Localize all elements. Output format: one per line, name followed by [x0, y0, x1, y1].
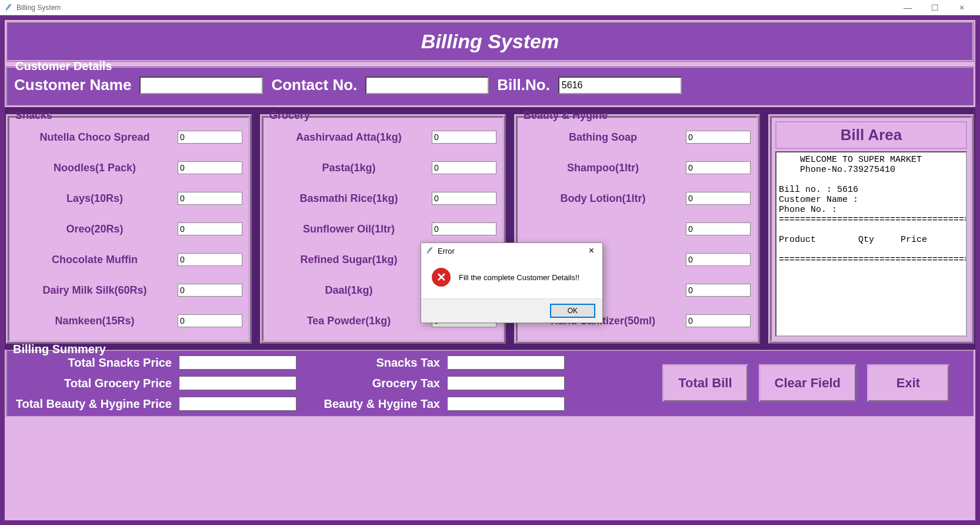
- error-message-text: Fill the complete Customer Details!!: [459, 273, 579, 282]
- grocery-tax-input[interactable]: [447, 376, 565, 390]
- grocery-item-label: Pasta(1kg): [269, 162, 432, 174]
- grocery-item-label: Refined Sugar(1kg): [269, 254, 432, 266]
- grocery-item-input[interactable]: [432, 222, 496, 235]
- close-window-button[interactable]: ×: [948, 0, 975, 15]
- beauty-tax-label: Beauty & Hygine Tax: [311, 397, 440, 411]
- snacks-panel: Snacks Nutella Choco Spread Noodles(1 Pa…: [6, 114, 252, 344]
- minimize-button[interactable]: —: [894, 0, 921, 15]
- snacks-item-label: Dairy Milk Silk(60Rs): [15, 284, 178, 297]
- grocery-item-label: Aashirvaad Atta(1kg): [269, 131, 432, 144]
- grocery-item-label: Basmathi Rice(1kg): [269, 192, 432, 205]
- beauty-item-input[interactable]: [686, 222, 751, 235]
- grocery-item-input[interactable]: [432, 161, 496, 174]
- snacks-tax-input[interactable]: [447, 355, 565, 370]
- bill-no-input[interactable]: [558, 77, 682, 94]
- total-grocery-input[interactable]: [179, 376, 296, 390]
- snacks-item-input[interactable]: [178, 222, 242, 235]
- total-snacks-input[interactable]: [179, 355, 296, 370]
- total-snacks-label: Total Snacks Price: [13, 356, 172, 370]
- bill-text-area[interactable]: WELCOME TO SUPER MARKET Phone-No.7392754…: [775, 151, 967, 337]
- exit-button[interactable]: Exit: [867, 364, 949, 402]
- customer-name-input[interactable]: [139, 77, 263, 94]
- snacks-item-label: Nutella Choco Spread: [15, 131, 178, 144]
- beauty-item-input[interactable]: [686, 314, 751, 327]
- grocery-item-label: Tea Powder(1kg): [269, 315, 432, 327]
- snacks-item-label: Lays(10Rs): [15, 192, 178, 205]
- billing-summary-legend: Billing Summery: [13, 343, 106, 356]
- beauty-legend: Beauty & Hygine: [524, 109, 608, 122]
- snacks-item-input[interactable]: [178, 161, 242, 174]
- snacks-item-input[interactable]: [178, 284, 242, 297]
- customer-details-panel: Customer Details Customer Name Contact N…: [6, 67, 974, 106]
- beauty-item-input[interactable]: [686, 284, 751, 297]
- beauty-item-input[interactable]: [686, 161, 751, 174]
- total-grocery-label: Total Grocery Price: [13, 377, 172, 390]
- page-title: Billing System: [15, 30, 965, 53]
- error-dialog: Error × ✕ Fill the complete Customer Det…: [421, 242, 603, 323]
- beauty-item-input[interactable]: [686, 253, 751, 266]
- grocery-item-input[interactable]: [432, 192, 496, 205]
- snacks-legend: Snacks: [15, 109, 52, 122]
- snacks-item-input[interactable]: [178, 253, 242, 266]
- clear-field-button[interactable]: Clear Field: [759, 364, 856, 402]
- tk-feather-icon: [5, 4, 13, 12]
- beauty-item-input[interactable]: [686, 192, 751, 205]
- tk-feather-icon: [426, 247, 434, 255]
- maximize-button[interactable]: ☐: [921, 0, 948, 15]
- grocery-legend: Grocery: [269, 109, 310, 122]
- contact-no-input[interactable]: [365, 77, 489, 94]
- snacks-item-label: Chocolate Muffin: [15, 254, 178, 266]
- bill-no-label: Bill.No.: [497, 76, 550, 94]
- error-dialog-titlebar: Error ×: [421, 243, 602, 258]
- billing-summary-panel: Billing Summery Total Snacks Price Total…: [6, 350, 974, 417]
- snacks-tax-label: Snacks Tax: [311, 356, 440, 370]
- error-ok-button[interactable]: OK: [550, 304, 595, 318]
- contact-no-label: Contact No.: [271, 76, 357, 94]
- total-bill-button[interactable]: Total Bill: [662, 364, 748, 402]
- beauty-item-label: Shampoo(1ltr): [524, 162, 686, 174]
- error-dialog-close-button[interactable]: ×: [585, 245, 598, 256]
- error-dialog-title: Error: [438, 247, 455, 255]
- window-title: Billing System: [16, 4, 61, 12]
- snacks-item-input[interactable]: [178, 131, 242, 144]
- grocery-item-input[interactable]: [432, 131, 496, 144]
- customer-name-label: Customer Name: [14, 76, 131, 94]
- grocery-tax-label: Grocery Tax: [311, 377, 440, 390]
- bill-area-panel: Bill Area WELCOME TO SUPER MARKET Phone-…: [768, 114, 974, 344]
- error-icon: ✕: [432, 268, 451, 287]
- beauty-tax-input[interactable]: [447, 397, 565, 411]
- header-bar: Billing System: [6, 21, 974, 62]
- snacks-item-label: Oreo(20Rs): [15, 223, 178, 235]
- beauty-item-label: Bathing Soap: [524, 131, 686, 144]
- window-titlebar: Billing System — ☐ ×: [0, 0, 980, 15]
- snacks-item-input[interactable]: [178, 314, 242, 327]
- snacks-item-label: Noodles(1 Pack): [15, 162, 178, 174]
- grocery-item-label: Daal(1kg): [269, 284, 432, 297]
- total-beauty-input[interactable]: [179, 397, 296, 411]
- beauty-item-input[interactable]: [686, 131, 751, 144]
- beauty-item-label: Body Lotion(1ltr): [524, 192, 686, 205]
- snacks-item-label: Namkeen(15Rs): [15, 315, 178, 327]
- customer-details-legend: Customer Details: [13, 59, 115, 73]
- total-beauty-label: Total Beauty & Hygine Price: [13, 397, 172, 411]
- grocery-item-label: Sunflower Oil(1ltr): [269, 223, 432, 235]
- bill-area-title: Bill Area: [775, 121, 967, 149]
- snacks-item-input[interactable]: [178, 192, 242, 205]
